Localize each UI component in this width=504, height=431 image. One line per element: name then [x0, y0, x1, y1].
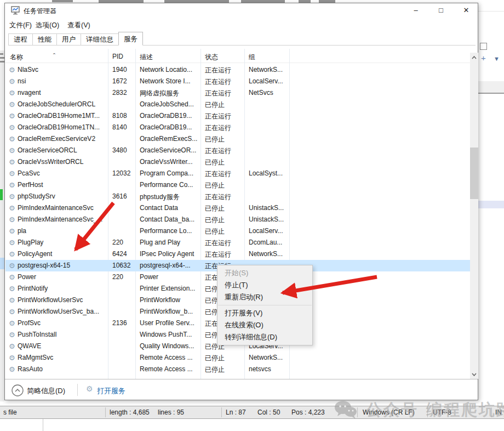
- service-row[interactable]: ⚙OracleOraDB19Home1MT...8108OracleOraDB1…: [5, 110, 470, 122]
- service-description: Plug and Play: [140, 239, 180, 246]
- column-header-pid[interactable]: PID: [112, 53, 123, 60]
- background-checkbox[interactable]: [480, 43, 487, 50]
- service-gear-icon: ⚙: [9, 365, 15, 374]
- statusbar-separator: [105, 407, 106, 417]
- service-name: NlaSvc: [18, 66, 38, 73]
- tab-details[interactable]: 详细信息: [81, 33, 119, 45]
- statusbar: s file length : 4,685 lines : 95 Ln : 87…: [0, 406, 504, 419]
- service-gear-icon: ⚙: [9, 123, 15, 132]
- service-row[interactable]: ⚙PlugPlay220Plug and Play正在运行DcomLau...: [5, 237, 470, 248]
- service-description: Remote Access ...: [140, 365, 193, 373]
- service-pid: 8140: [112, 123, 127, 131]
- statusbar-line-number: Ln : 87: [226, 409, 246, 416]
- menu-item-open-services[interactable]: 打开服务(V): [217, 307, 312, 319]
- background-selection-fragment: [0, 258, 4, 269]
- service-gear-icon: ⚙: [9, 203, 15, 213]
- service-group: NetworkS...: [249, 66, 283, 73]
- maximize-button[interactable]: □: [429, 3, 453, 18]
- service-gear-icon: ⚙: [9, 296, 15, 305]
- dropdown-triangle-icon[interactable]: ▼: [494, 55, 500, 62]
- service-pid: 12032: [112, 169, 130, 177]
- service-name: PimIndexMaintenanceSvc: [18, 204, 94, 212]
- column-header-desc[interactable]: 描述: [140, 53, 153, 62]
- service-group: NetSvcs: [249, 89, 273, 97]
- menu-view[interactable]: 查看(V): [67, 21, 90, 30]
- column-header-group[interactable]: 组: [249, 53, 255, 62]
- service-group: netsvcs: [249, 365, 271, 373]
- close-button[interactable]: ✕: [454, 3, 478, 18]
- scrollbar-thumb[interactable]: [470, 148, 478, 199]
- service-status: 正在运行: [205, 192, 231, 202]
- tab-users[interactable]: 用户: [56, 33, 81, 45]
- service-status: 已停止: [205, 216, 225, 225]
- service-row[interactable]: ⚙nsi1672Network Store I...正在运行LocalServ.…: [5, 76, 470, 87]
- service-row[interactable]: ⚙PerfHostPerformance Co...已停止: [5, 179, 470, 191]
- service-pid: 1940: [112, 66, 127, 73]
- service-group: LocalServ...: [249, 77, 283, 85]
- open-services-link[interactable]: 打开服务: [97, 386, 125, 396]
- service-pid: 8108: [112, 112, 127, 120]
- vertical-scrollbar[interactable]: [470, 53, 478, 379]
- chevron-up-icon: [472, 56, 477, 59]
- tab-services[interactable]: 服务: [118, 32, 143, 46]
- column-header-name[interactable]: 名称: [10, 53, 23, 62]
- context-menu: 开始(S)停止(T)重新启动(R)打开服务(V)在线搜索(O)转到详细信息(D): [217, 265, 313, 345]
- service-name: pla: [18, 227, 26, 235]
- menu-options[interactable]: 选项(O): [36, 21, 59, 30]
- service-row[interactable]: ⚙PcaSvc12032Program Compa...正在运行LocalSys…: [5, 168, 470, 179]
- service-description: Program Compa...: [140, 169, 193, 177]
- service-name: PrintWorkflowUserSvc: [18, 296, 83, 304]
- service-row[interactable]: ⚙phpStudySrv3616phpstudy服务正在运行: [5, 191, 470, 202]
- minimize-button[interactable]: –: [404, 3, 428, 18]
- menu-file[interactable]: 文件(F): [9, 21, 32, 30]
- service-row[interactable]: ⚙RasAutoRemote Access ...已停止netsvcs: [5, 364, 470, 375]
- service-description: Network Locatio...: [140, 66, 192, 73]
- service-name: PushToInstall: [18, 331, 56, 338]
- column-header-status[interactable]: 状态: [205, 53, 218, 62]
- service-row[interactable]: ⚙PimIndexMaintenanceSvcContact Data已停止Un…: [5, 202, 470, 214]
- service-row[interactable]: ⚙OracleJobSchedulerORCLOracleJobSched...…: [5, 99, 470, 110]
- scroll-down-button[interactable]: [470, 370, 478, 379]
- service-row[interactable]: ⚙PolicyAgent6424IPsec Policy Agent正在运行Ne…: [5, 248, 470, 260]
- service-row[interactable]: ⚙plaPerformance Lo...已停止LocalServ...: [5, 225, 470, 237]
- service-group: LocalServ...: [249, 227, 283, 235]
- plus-icon[interactable]: +: [481, 53, 486, 63]
- tab-processes[interactable]: 进程: [8, 33, 33, 45]
- service-gear-icon: ⚙: [9, 226, 15, 236]
- service-row[interactable]: ⚙OracleServiceORCL3480OracleServiceOR...…: [5, 145, 470, 156]
- service-gear-icon: ⚙: [9, 146, 15, 155]
- tab-performance[interactable]: 性能: [32, 33, 57, 45]
- service-name: nsi: [18, 77, 26, 85]
- service-name: RasAuto: [18, 365, 43, 373]
- menu-item-search-online[interactable]: 在线搜索(O): [217, 319, 312, 331]
- background-fragment: [0, 61, 4, 63]
- service-row[interactable]: ⚙OracleOraDB19Home1TN...8140OracleOraDB1…: [5, 122, 470, 133]
- services-gear-icon: ⚙: [86, 384, 93, 393]
- task-manager-icon: [11, 6, 20, 15]
- service-status: 已停止: [205, 227, 225, 236]
- statusbar-separator: [221, 407, 222, 417]
- chevron-down-icon: [472, 373, 477, 376]
- service-name: QWAVE: [18, 342, 41, 350]
- service-pid: 220: [112, 239, 123, 246]
- service-row[interactable]: ⚙nvagent2832网络虚拟服务正在运行NetSvcs: [5, 87, 470, 99]
- collapse-details-icon[interactable]: [12, 384, 24, 396]
- menu-item-go-to-details[interactable]: 转到详细信息(D): [217, 331, 312, 343]
- service-row[interactable]: ⚙OracleRemExecServiceV2OracleRemExecS...…: [5, 133, 470, 145]
- menu-item-stop[interactable]: 停止(T): [217, 279, 312, 291]
- service-description: User Profile Serv...: [140, 319, 194, 327]
- service-row[interactable]: ⚙NlaSvc1940Network Locatio...正在运行Network…: [5, 64, 470, 76]
- service-row[interactable]: ⚙OracleVssWriterORCLOracleVssWriter...已停…: [5, 156, 470, 168]
- service-status: 已停止: [205, 354, 225, 363]
- menu-item-restart[interactable]: 重新启动(R): [217, 291, 312, 303]
- service-name: OracleVssWriterORCL: [18, 158, 83, 166]
- service-row[interactable]: ⚙PimIndexMaintenanceSvc_...Contact Data_…: [5, 214, 470, 225]
- service-description: OracleJobSched...: [140, 100, 194, 108]
- scroll-up-button[interactable]: [470, 53, 478, 62]
- details-toggle-label[interactable]: 简略信息(D): [27, 386, 65, 396]
- service-name: OracleRemExecServiceV2: [18, 135, 95, 143]
- service-description: OracleOraDB19...: [140, 123, 192, 131]
- service-gear-icon: ⚙: [9, 134, 15, 144]
- table-header: 名称 ˆ PID 描述 状态 组: [5, 49, 470, 63]
- service-row[interactable]: ⚙RaMgmtSvcRemote Access ...已停止NetworkS..…: [5, 352, 470, 364]
